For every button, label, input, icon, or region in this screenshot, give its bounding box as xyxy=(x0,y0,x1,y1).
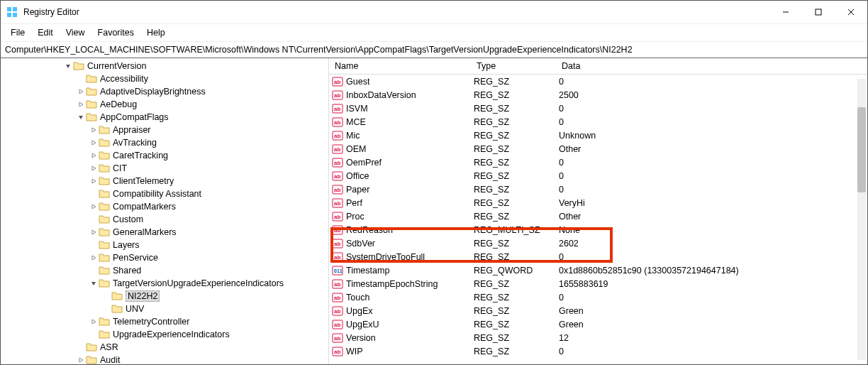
tree-layers[interactable]: Layers xyxy=(2,239,328,251)
value-row[interactable]: abSdbVerREG_SZ2602 xyxy=(329,236,867,250)
app-icon xyxy=(6,6,18,18)
svg-text:ab: ab xyxy=(334,146,340,153)
value-row[interactable]: abGuestREG_SZ0 xyxy=(329,75,867,88)
col-header-name[interactable]: Name xyxy=(329,61,477,71)
tree-appraiser[interactable]: Appraiser xyxy=(2,124,328,136)
tree-currentversion[interactable]: CurrentVersion xyxy=(2,60,328,72)
value-row[interactable]: abUpgExREG_SZGreen xyxy=(329,304,867,317)
expand-icon[interactable] xyxy=(89,126,99,134)
folder-icon xyxy=(99,163,110,174)
expand-icon[interactable] xyxy=(89,280,99,287)
tree-shared[interactable]: Shared xyxy=(2,264,328,277)
value-row[interactable]: abOemPrefREG_SZ0 xyxy=(329,156,867,169)
tree-appcompatflags[interactable]: AppCompatFlags xyxy=(2,111,328,124)
folder-icon xyxy=(99,175,110,187)
value-data: VeryHi xyxy=(559,198,867,208)
value-row[interactable]: abRedReasonREG_MULTI_SZNone xyxy=(329,223,867,236)
folder-icon xyxy=(99,137,110,148)
value-row[interactable]: abWIPREG_SZ0 xyxy=(329,344,867,358)
expand-icon[interactable] xyxy=(76,356,86,364)
tree-accessibility[interactable]: Accessibility xyxy=(2,72,328,85)
tree-upgradeexperienceindicators[interactable]: UpgradeExperienceIndicators xyxy=(2,328,328,341)
value-row[interactable]: abPaperREG_SZ0 xyxy=(329,182,867,196)
expand-icon[interactable] xyxy=(89,229,99,236)
col-header-type[interactable]: Type xyxy=(477,61,562,71)
value-row[interactable]: abSystemDriveTooFullREG_SZ0 xyxy=(329,250,867,263)
value-row[interactable]: 011TimestampREG_QWORD0x1d8860b52851c90 (… xyxy=(329,263,867,277)
tree-unv[interactable]: UNV xyxy=(2,303,328,315)
tree-generalmarkers[interactable]: GeneralMarkers xyxy=(2,226,328,239)
value-type: REG_SZ xyxy=(474,77,559,87)
tree-label: UpgradeExperienceIndicators xyxy=(113,329,230,339)
tree-adaptivedisplaybrightness[interactable]: AdaptiveDisplayBrightness xyxy=(2,85,328,98)
menu-view[interactable]: View xyxy=(60,26,91,39)
expand-icon[interactable] xyxy=(89,318,99,325)
folder-icon xyxy=(111,290,123,302)
expand-icon[interactable] xyxy=(89,139,99,146)
svg-rect-3 xyxy=(13,13,17,17)
expand-icon[interactable] xyxy=(63,62,73,70)
address-bar[interactable]: Computer\HKEY_LOCAL_MACHINE\SOFTWARE\Mic… xyxy=(1,42,867,58)
maximize-button[interactable] xyxy=(802,1,835,23)
expand-icon[interactable] xyxy=(76,88,86,95)
expand-icon[interactable] xyxy=(76,101,86,108)
menu-favorites[interactable]: Favorites xyxy=(92,26,140,39)
tree-ni22h2[interactable]: NI22H2 xyxy=(2,290,328,303)
address-text: Computer\HKEY_LOCAL_MACHINE\SOFTWARE\Mic… xyxy=(5,45,633,55)
tree-asr[interactable]: ASR xyxy=(2,341,328,354)
expand-icon[interactable] xyxy=(89,178,99,185)
value-row[interactable]: abMicREG_SZUnknown xyxy=(329,129,867,142)
tree-pane[interactable]: CurrentVersionAccessibilityAdaptiveDispl… xyxy=(1,58,329,364)
expand-icon[interactable] xyxy=(89,152,99,159)
value-row[interactable]: abTimestampEpochStringREG_SZ1655883619 xyxy=(329,277,867,290)
tree-cit[interactable]: CIT xyxy=(2,162,328,175)
value-name: Perf xyxy=(346,198,362,208)
tree-clienttelemetry[interactable]: ClientTelemetry xyxy=(2,175,328,187)
svg-rect-2 xyxy=(7,13,11,17)
close-button[interactable] xyxy=(835,1,867,23)
folder-icon xyxy=(99,201,110,212)
value-data: 0 xyxy=(559,117,867,127)
tree-label: PenService xyxy=(113,253,158,263)
value-name: TimestampEpochString xyxy=(346,279,438,289)
value-row[interactable]: abOEMREG_SZOther xyxy=(329,142,867,156)
value-name: Touch xyxy=(346,293,369,303)
tree-penservice[interactable]: PenService xyxy=(2,251,328,264)
tree-avtracking[interactable]: AvTracking xyxy=(2,136,328,149)
value-row[interactable]: abPerfREG_SZVeryHi xyxy=(329,196,867,209)
value-row[interactable]: abMCEREG_SZ0 xyxy=(329,115,867,129)
value-row[interactable]: abInboxDataVersionREG_SZ2500 xyxy=(329,88,867,102)
expand-icon[interactable] xyxy=(76,114,86,121)
value-list[interactable]: abGuestREG_SZ0abInboxDataVersionREG_SZ25… xyxy=(329,75,867,364)
tree-audit[interactable]: Audit xyxy=(2,354,328,364)
tree-telemetrycontroller[interactable]: TelemetryController xyxy=(2,315,328,328)
tree-compatibility-assistant[interactable]: Compatibility Assistant xyxy=(2,187,328,200)
reg-string-icon: ab xyxy=(332,197,343,209)
window-controls xyxy=(769,1,867,23)
tree-custom[interactable]: Custom xyxy=(2,213,328,226)
expand-icon[interactable] xyxy=(89,254,99,261)
tree-tvuei[interactable]: TargetVersionUpgradeExperienceIndicators xyxy=(2,277,328,290)
col-header-data[interactable]: Data xyxy=(562,61,867,71)
value-row[interactable]: abOfficeREG_SZ0 xyxy=(329,169,867,182)
title-bar[interactable]: Registry Editor xyxy=(1,1,867,24)
value-row[interactable]: abISVMREG_SZ0 xyxy=(329,102,867,115)
menu-help[interactable]: Help xyxy=(141,26,171,39)
menu-file[interactable]: File xyxy=(5,26,30,39)
value-row[interactable]: abTouchREG_SZ0 xyxy=(329,290,867,304)
expand-icon[interactable] xyxy=(89,165,99,172)
tree-label: AeDebug xyxy=(100,99,137,109)
tree-aedebug[interactable]: AeDebug xyxy=(2,98,328,111)
tree-carettracking[interactable]: CaretTracking xyxy=(2,149,328,162)
value-row[interactable]: abUpgExUREG_SZGreen xyxy=(329,317,867,331)
value-row[interactable]: abProcREG_SZOther xyxy=(329,209,867,223)
value-row[interactable]: abVersionREG_SZ12 xyxy=(329,331,867,344)
expand-icon[interactable] xyxy=(89,203,99,210)
value-data: 12 xyxy=(559,333,867,343)
folder-icon xyxy=(99,265,110,276)
tree-compatmarkers[interactable]: CompatMarkers xyxy=(2,200,328,213)
menu-edit[interactable]: Edit xyxy=(32,26,59,39)
reg-string-icon: ab xyxy=(332,346,343,357)
minimize-button[interactable] xyxy=(769,1,802,23)
value-data: 0 xyxy=(559,252,867,262)
